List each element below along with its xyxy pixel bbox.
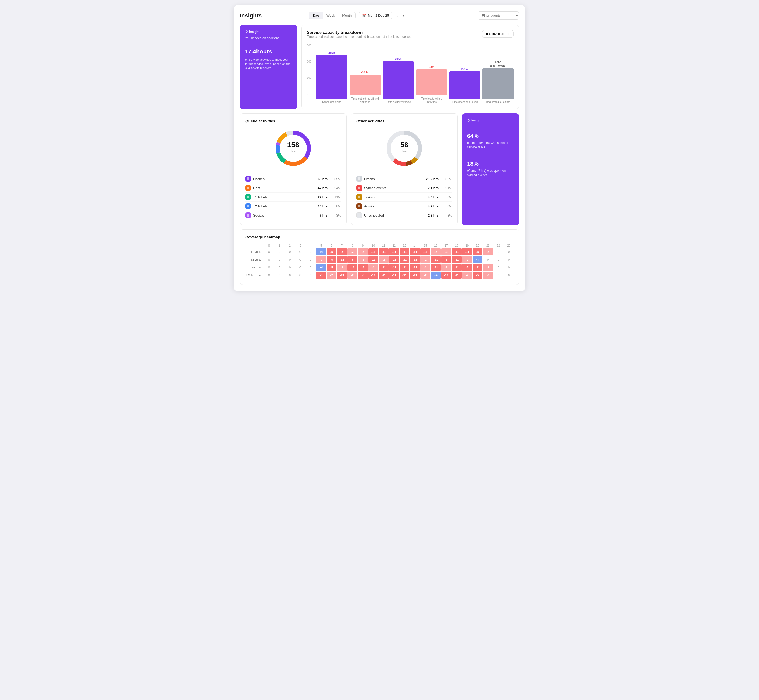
heatmap-cell-0-5: +4 xyxy=(316,248,326,255)
heatmap-cell-3-23: 0 xyxy=(504,272,514,279)
heatmap-cell-1-15: -2 xyxy=(420,256,430,263)
heatmap-cell-3-9: -5 xyxy=(358,272,368,279)
heatmap-hour-4: 4 xyxy=(306,244,315,248)
heatmap-cell-3-21: -2 xyxy=(483,272,493,279)
bar-group-6: 176h(386 tickets) Required queue time xyxy=(483,44,514,104)
training-label: Training xyxy=(364,195,426,199)
heatmap-cell-2-22: 0 xyxy=(494,264,503,271)
t1-hrs: 22 hrs xyxy=(318,195,328,199)
heatmap-cell-0-1: 0 xyxy=(275,248,284,255)
heatmap-cell-2-17: -2 xyxy=(441,264,451,271)
heatmap-cell-0-23: 0 xyxy=(504,248,514,255)
insight-right-label: Insight xyxy=(467,119,514,122)
heatmap-hour-2: 2 xyxy=(285,244,295,248)
training-pct: 6% xyxy=(443,195,452,199)
heatmap-hour-5: 5 xyxy=(316,244,326,248)
heatmap-hour-13: 13 xyxy=(400,244,409,248)
bars-row: 252h Scheduled shifts -38.4h Time lost t… xyxy=(316,44,514,104)
admin-label: Admin xyxy=(364,204,426,208)
heatmap-row-label-header xyxy=(246,244,264,248)
insight-card-right: Insight 64% of time (194 hrs) was spent … xyxy=(462,113,519,225)
socials-label: Socials xyxy=(253,213,317,217)
bar-5 xyxy=(449,72,481,99)
t2-label: T2 tickets xyxy=(253,204,315,208)
heatmap-cell-2-2: 0 xyxy=(285,264,295,271)
other-donut-chart: 58 hrs xyxy=(383,127,425,169)
middle-row: Queue activities xyxy=(240,113,519,225)
bar-x-label-4: Time lost to offline activities xyxy=(416,97,447,104)
heatmap-hour-1: 1 xyxy=(275,244,284,248)
heatmap-cell-3-19: -2 xyxy=(462,272,472,279)
heatmap-cell-1-10: -11 xyxy=(368,256,378,263)
legend-item-phones: Phones 68 hrs 35% xyxy=(245,174,341,183)
breaks-hrs: 21.2 hrs xyxy=(426,177,439,181)
heatmap-table: 0 1 2 3 4 5 6 7 8 9 10 11 12 13 xyxy=(245,243,514,280)
heatmap-cell-1-21: 0 xyxy=(483,256,493,263)
heatmap-row-0: T1 voice00000+4-5-5-2-2-11-11-11-11-11-1… xyxy=(246,248,514,255)
prev-date-button[interactable]: ‹ xyxy=(395,13,399,18)
heatmap-hour-12: 12 xyxy=(389,244,399,248)
date-picker[interactable]: 📅 Mon 2 Dec 25 xyxy=(359,12,392,19)
heatmap-cell-0-4: 0 xyxy=(306,248,315,255)
tab-month[interactable]: Month xyxy=(339,12,355,19)
t1-icon xyxy=(245,194,251,200)
heatmap-cell-3-14: -11 xyxy=(410,272,420,279)
convert-icon: ⇄ xyxy=(486,32,488,36)
bar-top-label-1: 252h xyxy=(328,51,335,54)
chat-label: Chat xyxy=(253,186,315,190)
heatmap-hour-19: 19 xyxy=(462,244,472,248)
t1-label: T1 tickets xyxy=(253,195,315,199)
heatmap-cell-2-5: +4 xyxy=(316,264,326,271)
heatmap-cell-2-13: -11 xyxy=(400,264,409,271)
bar-group-1: 252h Scheduled shifts xyxy=(316,44,347,104)
training-icon xyxy=(356,194,362,200)
heatmap-cell-1-1: 0 xyxy=(275,256,284,263)
filter-agents-select[interactable]: Filter agents xyxy=(478,11,519,20)
bar-group-2: -38.4h Time lost to time off and sicknes… xyxy=(350,44,381,104)
breaks-pct: 36% xyxy=(443,177,452,181)
calendar-icon: 📅 xyxy=(362,14,366,17)
heatmap-cell-0-14: -11 xyxy=(410,248,420,255)
insight-sub: on service activities to meet your targe… xyxy=(245,58,292,70)
heatmap-cell-0-0: 0 xyxy=(264,248,274,255)
heatmap-cell-1-12: -11 xyxy=(389,256,399,263)
phones-icon xyxy=(245,176,251,182)
heatmap-title: Coverage heatmap xyxy=(245,235,514,239)
top-row: Insight You needed an additional 17.4hou… xyxy=(240,25,519,109)
y-label-0: 0 xyxy=(307,92,315,95)
heatmap-scroll[interactable]: 0 1 2 3 4 5 6 7 8 9 10 11 12 13 xyxy=(245,243,514,280)
heatmap-cell-1-16: -11 xyxy=(431,256,441,263)
y-label-300: 300 xyxy=(307,44,315,47)
heatmap-hour-17: 17 xyxy=(441,244,451,248)
insight-pct2-sub: of time (7 hrs) was spent on synced even… xyxy=(467,169,514,178)
insight-pct-1: 64% xyxy=(467,126,514,141)
synced-hrs: 7.1 hrs xyxy=(428,186,439,190)
heatmap-hour-16: 16 xyxy=(431,244,441,248)
heatmap-cell-0-2: 0 xyxy=(285,248,295,255)
heatmap-hour-6: 6 xyxy=(326,244,336,248)
synced-icon xyxy=(356,185,362,191)
heatmap-cell-1-20: +4 xyxy=(473,256,483,263)
bar-3 xyxy=(383,61,414,99)
bar-x-label-5: Time spent on queues xyxy=(452,100,478,104)
tab-week[interactable]: Week xyxy=(323,12,339,19)
bar-top-label-5: 158.4h xyxy=(460,67,469,70)
heatmap-cell-3-20: -5 xyxy=(473,272,483,279)
chat-pct: 24% xyxy=(332,186,341,190)
next-date-button[interactable]: › xyxy=(402,13,405,18)
heatmap-cell-1-13: -11 xyxy=(400,256,409,263)
bar-top-label-4: -60h xyxy=(429,66,435,69)
heatmap-cell-2-10: -2 xyxy=(368,264,378,271)
tab-day[interactable]: Day xyxy=(309,12,323,19)
bar-chart-wrapper: 300 200 100 0 252h xyxy=(307,44,514,104)
convert-to-fte-button[interactable]: ⇄ Convert to FTE xyxy=(482,30,514,38)
svg-rect-11 xyxy=(247,178,250,180)
heatmap-cell-2-6: -5 xyxy=(326,264,336,271)
heatmap-cell-0-18: -11 xyxy=(452,248,462,255)
heatmap-cell-1-8: -5 xyxy=(347,256,358,263)
queue-activities-title: Queue activities xyxy=(245,119,341,123)
heatmap-cell-3-22: 0 xyxy=(494,272,503,279)
queue-donut-chart: 158 hrs xyxy=(272,127,314,169)
insight-label: Insight xyxy=(245,30,292,34)
heatmap-cell-0-21: -2 xyxy=(483,248,493,255)
